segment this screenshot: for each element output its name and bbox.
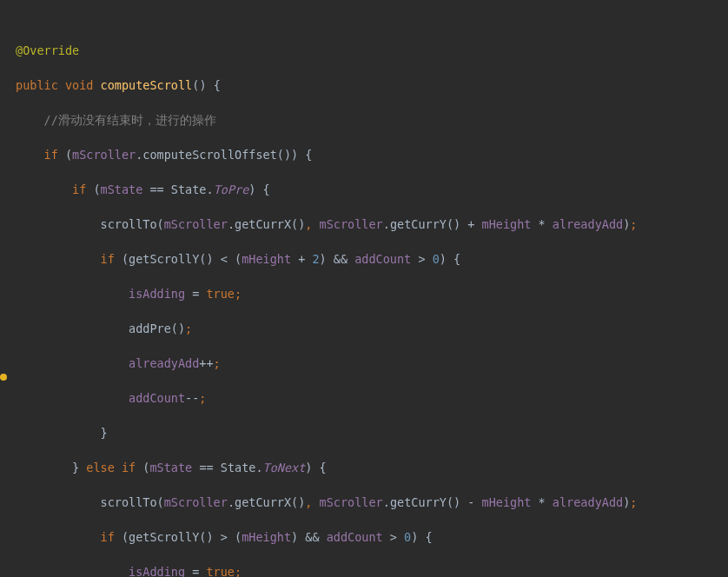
code-line: alreadyAdd++; (16, 355, 728, 372)
enum-value: ToNext (263, 461, 306, 474)
keyword-void: void (65, 78, 94, 92)
keyword-if: if (44, 148, 58, 162)
indent (16, 426, 101, 440)
field: alreadyAdd (553, 495, 623, 509)
keyword-if: if (122, 461, 136, 474)
code-line: } (16, 424, 728, 441)
field: mHeight (242, 252, 291, 266)
field: mState (149, 461, 192, 474)
indent (16, 322, 129, 335)
field: alreadyAdd (129, 356, 199, 370)
field: mHeight (242, 530, 291, 544)
method-call: scrollTo (101, 217, 157, 231)
number: 2 (312, 252, 319, 266)
keyword-else: else (86, 461, 115, 474)
keyword-if: if (101, 252, 115, 266)
indent (16, 356, 129, 370)
field: isAdding (129, 565, 185, 577)
field: mScroller (164, 217, 228, 231)
field: mScroller (164, 495, 228, 509)
method-call: getCurrY (390, 217, 447, 231)
indent (16, 565, 129, 577)
indent (16, 287, 129, 301)
indent (16, 530, 101, 544)
keyword-true: true (206, 565, 235, 577)
method-call: getCurrY (390, 495, 447, 509)
code-line: //滑动没有结束时，进行的操作 (16, 111, 728, 129)
enum-value: ToPre (214, 182, 249, 196)
code-line: addCount--; (16, 389, 728, 407)
class-ref: State (221, 461, 256, 474)
code-line: if (getScrollY() < (mHeight + 2) && addC… (16, 250, 728, 268)
field: mHeight (482, 217, 532, 231)
code-line: scrollTo(mScroller.getCurrX(), mScroller… (16, 216, 728, 233)
field: mState (101, 182, 143, 196)
breakpoint-marker[interactable] (0, 374, 7, 381)
keyword-if: if (101, 530, 115, 544)
method-call: scrollTo (101, 495, 157, 509)
method-call: computeScrollOffset (142, 148, 276, 162)
code-line: isAdding = true; (16, 563, 728, 577)
indent (16, 391, 129, 405)
field: alreadyAdd (553, 217, 623, 231)
number: 0 (433, 252, 440, 266)
indent (16, 113, 44, 127)
keyword-if: if (72, 182, 86, 196)
field: mScroller (72, 148, 136, 162)
number: 0 (404, 530, 411, 544)
indent (16, 182, 72, 196)
indent (16, 495, 101, 509)
method-call: addPre (129, 322, 171, 335)
code-line: isAdding = true; (16, 285, 728, 302)
code-line: public void computeScroll() { (16, 76, 728, 94)
class-ref: State (171, 182, 207, 196)
method-call: getScrollY (129, 530, 199, 544)
field: addCount (354, 252, 411, 266)
field: addCount (327, 530, 383, 544)
code-line: } else if (mState == State.ToNext) { (16, 459, 728, 476)
field: addCount (129, 391, 185, 405)
field: isAdding (129, 287, 185, 301)
keyword-public: public (16, 78, 58, 92)
code-line: scrollTo(mScroller.getCurrX(), mScroller… (16, 494, 728, 511)
method-call: getCurrX (235, 217, 291, 231)
method-call: getScrollY (129, 252, 199, 266)
indent (16, 217, 101, 231)
field: mScroller (320, 495, 383, 509)
method-name: computeScroll (101, 78, 193, 92)
annotation: @Override (16, 43, 79, 57)
code-line: if (mScroller.computeScrollOffset()) { (16, 146, 728, 163)
code-line: if (getScrollY() > (mHeight) && addCount… (16, 528, 728, 546)
indent (16, 461, 72, 474)
field: mScroller (320, 217, 383, 231)
code-editor[interactable]: @Override public void computeScroll() { … (0, 0, 728, 577)
method-call: getCurrX (235, 495, 291, 509)
keyword-true: true (206, 287, 235, 301)
indent (16, 252, 101, 266)
code-line: @Override (16, 42, 728, 59)
comment: //滑动没有结束时，进行的操作 (44, 113, 216, 127)
indent (16, 148, 44, 162)
code-line: if (mState == State.ToPre) { (16, 181, 728, 198)
code-line: addPre(); (16, 320, 728, 337)
field: mHeight (482, 495, 532, 509)
